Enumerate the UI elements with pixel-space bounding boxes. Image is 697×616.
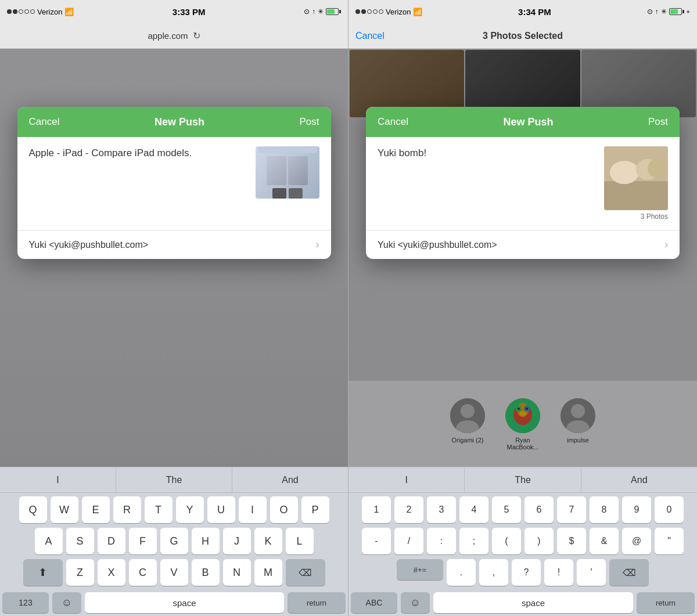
key-a[interactable]: A xyxy=(35,528,63,554)
key-2[interactable]: 2 xyxy=(394,496,423,523)
key-e[interactable]: E xyxy=(82,496,110,523)
dog-svg xyxy=(604,146,668,210)
key-shift[interactable]: ⬆ xyxy=(23,559,63,586)
key-7[interactable]: 7 xyxy=(557,496,586,523)
key-w[interactable]: W xyxy=(51,496,78,523)
key-h[interactable]: H xyxy=(192,528,220,554)
key-n[interactable]: N xyxy=(223,559,251,586)
svg-point-2 xyxy=(610,161,639,184)
key-m[interactable]: M xyxy=(254,559,282,586)
right-bottom-bar: ABC ☺ space return xyxy=(348,589,697,616)
key-5[interactable]: 5 xyxy=(492,496,521,523)
left-keyboard-rows: Q W E R T Y U I O P A S D F G H J K xyxy=(0,493,348,589)
key-delete-right[interactable]: ⌫ xyxy=(609,559,649,586)
key-c[interactable]: C xyxy=(129,559,157,586)
key-hashtag[interactable]: #+= xyxy=(397,559,443,580)
key-d[interactable]: D xyxy=(98,528,125,554)
key-9[interactable]: 9 xyxy=(622,496,651,523)
right-bluetooth-icon: ✳ xyxy=(661,8,667,16)
key-b[interactable]: B xyxy=(192,559,220,586)
key-f[interactable]: F xyxy=(129,528,157,554)
right-autocomplete-and[interactable]: And xyxy=(581,467,697,492)
key-r[interactable]: R xyxy=(113,496,141,523)
right-modal-post-btn[interactable]: Post xyxy=(648,116,668,128)
left-reload-icon[interactable]: ↻ xyxy=(193,30,200,41)
key-3[interactable]: 3 xyxy=(427,496,456,523)
left-bottom-bar: 123 ☺ space return xyxy=(0,589,348,616)
key-question[interactable]: ? xyxy=(512,559,541,586)
key-at[interactable]: @ xyxy=(622,528,651,554)
key-y[interactable]: Y xyxy=(176,496,204,523)
key-abc[interactable]: ABC xyxy=(351,592,397,613)
left-modal-card: Cancel New Push Post Apple - iPad - Comp… xyxy=(17,107,331,259)
right-modal-footer[interactable]: Yuki <yuki@pushbullet.com> › xyxy=(366,230,680,259)
left-phone-screen: Verizon 📶 3:33 PM ⊙ ↑ ✳ apple.com ↻ xyxy=(0,0,348,616)
key-exclaim[interactable]: ! xyxy=(544,559,573,586)
key-p[interactable]: P xyxy=(301,496,329,523)
right-photos-count: 3 Photos xyxy=(641,212,668,221)
key-i[interactable]: I xyxy=(239,496,267,523)
dot4 xyxy=(24,9,29,14)
left-time: 3:33 PM xyxy=(173,7,206,17)
key-delete[interactable]: ⌫ xyxy=(286,559,325,586)
key-g[interactable]: G xyxy=(160,528,188,554)
key-emoji-right[interactable]: ☺ xyxy=(401,592,430,613)
key-s[interactable]: S xyxy=(66,528,94,554)
key-z[interactable]: Z xyxy=(66,559,94,586)
key-apostrophe[interactable]: ' xyxy=(577,559,606,586)
right-key-row-2: - / : ; ( ) $ & @ " xyxy=(351,528,695,554)
left-keyboard-area: I The And Q W E R T Y U I O P A S xyxy=(0,467,348,616)
key-return-right[interactable]: return xyxy=(637,592,695,613)
key-dollar[interactable]: $ xyxy=(557,528,586,554)
key-4[interactable]: 4 xyxy=(459,496,488,523)
key-0[interactable]: 0 xyxy=(655,496,684,523)
left-modal-text-area: Apple - iPad - Compare iPad models. xyxy=(29,146,246,221)
key-6[interactable]: 6 xyxy=(524,496,554,523)
key-8[interactable]: 8 xyxy=(590,496,619,523)
key-colon[interactable]: : xyxy=(427,528,456,554)
key-period[interactable]: . xyxy=(447,559,476,586)
key-space-left[interactable]: space xyxy=(85,592,284,613)
key-o[interactable]: O xyxy=(270,496,298,523)
right-bg-content: Cancel New Push Post Yuki bomb! xyxy=(348,49,697,467)
key-t[interactable]: T xyxy=(145,496,173,523)
left-autocomplete-i[interactable]: I xyxy=(0,467,116,492)
key-close-paren[interactable]: ) xyxy=(524,528,554,554)
left-modal-cancel-btn[interactable]: Cancel xyxy=(29,116,60,128)
right-signal-dots xyxy=(355,9,383,14)
key-emoji-left[interactable]: ☺ xyxy=(52,592,81,613)
right-modal-title: New Push xyxy=(503,116,553,128)
key-minus[interactable]: - xyxy=(362,528,391,554)
left-modal-post-btn[interactable]: Post xyxy=(299,116,319,128)
key-ampersand[interactable]: & xyxy=(590,528,619,554)
key-space-right[interactable]: space xyxy=(433,592,633,613)
key-semicolon[interactable]: ; xyxy=(459,528,488,554)
key-u[interactable]: U xyxy=(207,496,235,523)
key-return-left[interactable]: return xyxy=(288,592,346,613)
key-j[interactable]: J xyxy=(223,528,251,554)
right-time: 3:34 PM xyxy=(518,7,551,17)
left-modal-content-text: Apple - iPad - Compare iPad models. xyxy=(29,147,192,158)
left-url-bar[interactable]: apple.com ↻ xyxy=(0,23,348,49)
right-modal-cancel-btn[interactable]: Cancel xyxy=(378,116,408,128)
key-slash[interactable]: / xyxy=(394,528,423,554)
key-q[interactable]: Q xyxy=(19,496,47,523)
left-autocomplete-the[interactable]: The xyxy=(116,467,232,492)
right-photos-cancel-btn[interactable]: Cancel xyxy=(355,31,385,41)
key-k[interactable]: K xyxy=(254,528,282,554)
right-autocomplete-i[interactable]: I xyxy=(348,467,465,492)
key-quote[interactable]: " xyxy=(655,528,684,554)
key-123[interactable]: 123 xyxy=(2,592,49,613)
right-modal-text-area: Yuki bomb! xyxy=(378,146,595,221)
key-comma[interactable]: , xyxy=(479,559,508,586)
left-modal-footer[interactable]: Yuki <yuki@pushbullet.com> › xyxy=(17,230,331,259)
right-autocomplete-the[interactable]: The xyxy=(465,467,581,492)
left-bluetooth-icon: ✳ xyxy=(318,8,324,16)
key-x[interactable]: X xyxy=(98,559,125,586)
key-1[interactable]: 1 xyxy=(362,496,391,523)
rdot2 xyxy=(361,9,366,14)
key-open-paren[interactable]: ( xyxy=(492,528,521,554)
key-l[interactable]: L xyxy=(286,528,314,554)
key-v[interactable]: V xyxy=(160,559,188,586)
left-autocomplete-and[interactable]: And xyxy=(232,467,348,492)
